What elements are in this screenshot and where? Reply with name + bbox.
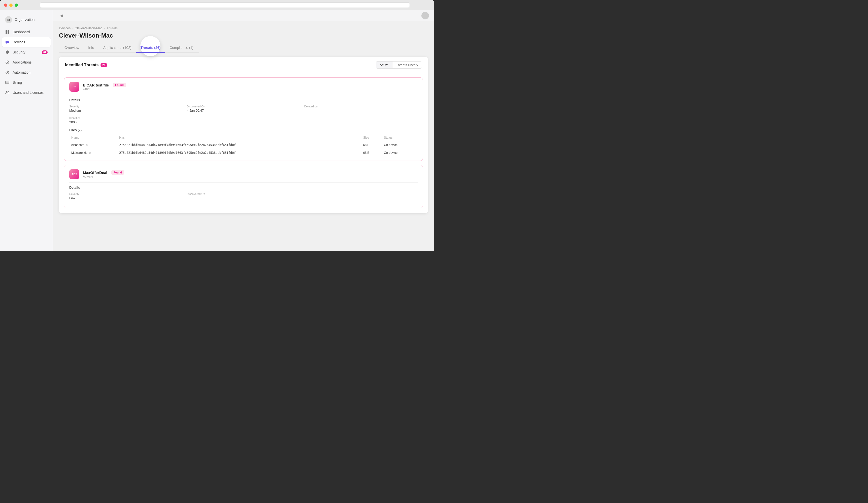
threat-1-header: ··· EICAR test file Found Other xyxy=(64,78,423,95)
user-avatar[interactable] xyxy=(421,12,429,19)
content-area: Devices › Clever-Wilson-Mac › Threats Cl… xyxy=(53,21,434,251)
file-1-size: 68 B xyxy=(361,141,382,149)
tab-applications[interactable]: Applications (102) xyxy=(99,43,136,53)
tab-overview[interactable]: Overview xyxy=(60,43,84,53)
sidebar-label-security: Security xyxy=(13,50,25,54)
severity-2-value: Low xyxy=(69,196,183,200)
app-container: Or Organization Dashboard xyxy=(0,10,434,251)
breadcrumb-current: Threats xyxy=(106,26,118,30)
discovered-label: Discovered On xyxy=(187,105,300,108)
sidebar-nav: Dashboard Devices Secu xyxy=(0,27,53,97)
threats-count-badge: 26 xyxy=(101,63,107,67)
sidebar-item-billing[interactable]: Billing xyxy=(2,78,51,87)
sidebar-label-applications: Applications xyxy=(13,60,32,64)
discovered-2-label: Discovered On xyxy=(187,192,300,195)
sidebar-item-dashboard[interactable]: Dashboard xyxy=(2,27,51,37)
severity-value: Medium xyxy=(69,109,183,112)
svg-point-11 xyxy=(6,91,8,92)
sidebar-item-automation[interactable]: Automation xyxy=(2,68,51,77)
threat-1-status: Found xyxy=(113,83,126,87)
files-heading: Files (2) xyxy=(69,128,417,132)
toggle-group: Active Threats History xyxy=(376,61,422,69)
svg-rect-10 xyxy=(6,82,9,82)
security-badge: 61 xyxy=(42,50,48,54)
billing-icon xyxy=(5,80,10,85)
tabs-container: Overview Info Applications (102) Threats… xyxy=(59,43,428,53)
files-section: Files (2) Name Hash Size Status xyxy=(69,128,417,157)
discovered-value: 4 Jan 00:47 xyxy=(187,109,300,112)
col-size: Size xyxy=(361,134,382,141)
svg-rect-5 xyxy=(6,43,7,44)
breadcrumb-device-name[interactable]: Clever-Wilson-Mac xyxy=(75,26,103,30)
copy-icon-2[interactable]: ⧉ xyxy=(89,151,91,154)
copy-icon-1[interactable]: ⧉ xyxy=(86,143,87,147)
threat-1-details-heading: Details xyxy=(69,95,417,102)
file-row-2: Malware.zip ⧉ 275a021bbfb6489e54d471899f… xyxy=(69,149,417,157)
threat-2-details-heading: Details xyxy=(69,182,417,189)
file-2-size: 68 B xyxy=(361,149,382,157)
breadcrumb: Devices › Clever-Wilson-Mac › Threats xyxy=(59,26,428,30)
threat-2-icon: ADS xyxy=(69,169,79,179)
threat-2-status: Found xyxy=(111,170,124,175)
tabs: Overview Info Applications (102) Threats… xyxy=(59,43,199,53)
toggle-active-button[interactable]: Active xyxy=(376,61,392,68)
svg-rect-2 xyxy=(6,32,7,34)
threat-2-type: Adware xyxy=(83,175,124,178)
sidebar-label-users: Users and Licenses xyxy=(13,91,44,94)
sidebar-item-applications[interactable]: Applications xyxy=(2,58,51,67)
sidebar-label-devices: Devices xyxy=(13,40,25,44)
maximize-button[interactable] xyxy=(14,3,18,7)
svg-rect-0 xyxy=(6,30,7,32)
svg-rect-1 xyxy=(8,30,9,32)
sidebar-item-devices[interactable]: Devices xyxy=(2,37,51,47)
svg-point-8 xyxy=(7,62,8,63)
sidebar-item-security[interactable]: Security 61 xyxy=(2,47,51,57)
file-2-status: On device xyxy=(382,149,417,157)
sidebar-item-users-licenses[interactable]: Users and Licenses xyxy=(2,88,51,97)
svg-point-12 xyxy=(8,91,9,92)
tab-info[interactable]: Info xyxy=(84,43,99,53)
tab-threats[interactable]: Threats (26) xyxy=(136,43,165,53)
minimize-button[interactable] xyxy=(9,3,13,7)
file-row-1: eicar.com ⧉ 275a021bbfb6489e54d471899f7d… xyxy=(69,141,417,149)
collapse-sidebar-button[interactable]: ◀ xyxy=(58,12,65,19)
top-bar: ◀ xyxy=(53,10,434,21)
file-1-hash: 275a021bbfb6489e54d471899f7db9d1663fc695… xyxy=(117,141,361,149)
page-header: Clever-Wilson-Mac xyxy=(59,32,428,39)
sidebar-label-billing: Billing xyxy=(13,80,22,84)
threats-panel: Identified Threats 26 Active Threats His… xyxy=(59,57,428,213)
threat-1-discovered: Discovered On 4 Jan 00:47 xyxy=(187,105,300,112)
threat-2-header: ADS MaxOfferDeal Found Adware xyxy=(64,165,423,182)
threat-2-discovered: Discovered On xyxy=(187,192,300,200)
svg-rect-6 xyxy=(8,41,9,43)
close-button[interactable] xyxy=(4,3,7,7)
file-1-name: eicar.com ⧉ xyxy=(69,141,117,149)
threat-2-details-grid: Severity Low Discovered On xyxy=(69,192,417,200)
severity-label: Severity xyxy=(69,105,183,108)
org-avatar: Or xyxy=(5,16,12,23)
threat-1-info: EICAR test file Found Other xyxy=(83,83,126,91)
main-content: ◀ Devices › Clever-Wilson-Mac › Threats … xyxy=(53,10,434,251)
toggle-history-button[interactable]: Threats History xyxy=(392,61,422,68)
threat-1-name: EICAR test file xyxy=(83,83,109,87)
url-bar[interactable] xyxy=(40,2,410,8)
threat-1-icon: ··· xyxy=(69,82,79,92)
org-header: Or Organization xyxy=(0,14,53,27)
users-icon xyxy=(5,90,10,95)
dashboard-icon xyxy=(5,30,10,34)
threat-card-1: ··· EICAR test file Found Other Details xyxy=(64,78,423,161)
threat-1-details: Details Severity Medium Discovered On 4 … xyxy=(64,95,423,161)
threat-2-info: MaxOfferDeal Found Adware xyxy=(83,170,124,178)
browser-chrome xyxy=(0,0,434,10)
col-name: Name xyxy=(69,134,117,141)
threat-1-identifier: Identifier 2000 xyxy=(69,117,184,124)
sidebar-label-automation: Automation xyxy=(13,70,30,74)
breadcrumb-devices[interactable]: Devices xyxy=(59,26,71,30)
applications-icon xyxy=(5,60,10,64)
sidebar: Or Organization Dashboard xyxy=(0,10,53,251)
page-title: Clever-Wilson-Mac xyxy=(59,32,428,39)
threat-2-name: MaxOfferDeal xyxy=(83,170,107,175)
threat-card-2: ADS MaxOfferDeal Found Adware Details xyxy=(64,165,423,208)
tab-compliance[interactable]: Compliance (1) xyxy=(165,43,198,53)
threat-2-severity: Severity Low xyxy=(69,192,183,200)
